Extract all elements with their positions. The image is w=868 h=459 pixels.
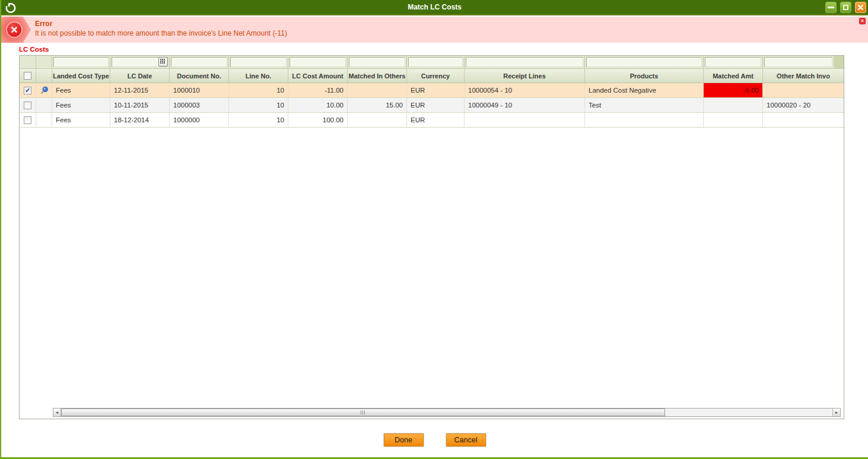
grid-empty-area <box>20 128 844 419</box>
cancel-button[interactable]: Cancel <box>446 433 487 447</box>
cell-matched-amt <box>704 98 763 112</box>
table-row[interactable]: Fees 18-12-2014 1000000 10 100.00 EUR <box>20 113 844 128</box>
cell-products <box>585 113 704 127</box>
filter-line-no[interactable] <box>229 56 288 68</box>
cell-matched-in-others <box>348 113 407 127</box>
col-products[interactable]: Products <box>585 69 704 83</box>
pin-icon <box>40 86 49 95</box>
close-button[interactable]: ✕ <box>855 2 866 13</box>
scrollbar-thumb[interactable] <box>61 409 665 416</box>
footer: Done Cancel <box>1 433 868 447</box>
cell-other-match-invoice <box>763 83 844 97</box>
filter-currency[interactable] <box>407 56 465 68</box>
cell-landed-cost-type: Fees <box>52 98 110 112</box>
cell-currency: EUR <box>407 83 465 97</box>
error-icon: ✕ <box>6 21 23 38</box>
filter-document-no[interactable] <box>170 56 229 68</box>
window-title: Match LC Costs <box>1 3 868 11</box>
select-all-checkbox[interactable] <box>24 72 31 80</box>
cell-lc-cost-amount: 10.00 <box>288 98 348 112</box>
error-title: Error <box>35 20 52 28</box>
date-picker-icon[interactable] <box>158 57 168 67</box>
cell-other-match-invoice <box>763 113 844 127</box>
cell-line-no: 10 <box>229 98 288 112</box>
table-row[interactable]: Fees 10-11-2015 1000003 10 10.00 15.00 E… <box>20 98 844 113</box>
col-line-no[interactable]: Line No. <box>229 69 288 83</box>
close-icon: ✕ <box>857 3 864 12</box>
filter-cell-pin <box>36 56 52 68</box>
table-row[interactable]: ✓ Fees 12-11-2015 1000010 10 -11.00 EUR … <box>20 83 844 98</box>
cell-receipt-lines <box>465 113 585 127</box>
maximize-button[interactable] <box>840 2 851 13</box>
minimize-icon <box>828 7 834 8</box>
scroll-left-icon[interactable]: ◄ <box>53 409 61 416</box>
filter-row <box>20 56 844 69</box>
col-document-no[interactable]: Document No. <box>170 69 229 83</box>
cell-lc-cost-amount: -11.00 <box>288 83 348 97</box>
filter-other-match-invoice[interactable] <box>763 56 844 68</box>
select-all-header[interactable] <box>20 69 36 83</box>
filter-products[interactable] <box>585 56 704 68</box>
cell-landed-cost-type: Fees <box>52 83 110 97</box>
cell-matched-amt-error[interactable]: -5.00 <box>704 83 763 97</box>
cell-line-no: 10 <box>229 113 288 127</box>
lc-costs-label: LC Costs <box>19 46 49 53</box>
col-lc-date[interactable]: LC Date <box>110 69 170 83</box>
cell-landed-cost-type: Fees <box>52 113 110 127</box>
row-checkbox[interactable]: ✓ <box>24 87 31 94</box>
cell-products: Landed Cost Negative <box>585 83 704 97</box>
col-matched-amt[interactable]: Matched Amt <box>704 69 763 83</box>
error-dismiss-icon[interactable]: x <box>859 18 866 24</box>
filter-matched-in-others[interactable] <box>348 56 407 68</box>
maximize-icon <box>843 5 848 10</box>
done-button[interactable]: Done <box>383 433 424 447</box>
filter-lc-cost-amount[interactable] <box>288 56 348 68</box>
lc-costs-grid: Landed Cost Type LC Date Document No. Li… <box>19 55 844 419</box>
row-checkbox[interactable] <box>24 102 31 109</box>
cell-currency: EUR <box>407 98 465 112</box>
cell-line-no: 10 <box>229 83 288 97</box>
col-currency[interactable]: Currency <box>407 69 465 83</box>
cell-document-no: 1000003 <box>170 98 229 112</box>
col-other-match-invoice[interactable]: Other Match Invo <box>763 69 844 83</box>
openbravo-logo <box>5 2 17 14</box>
filter-cell-checkbox <box>20 56 36 68</box>
cell-document-no: 1000010 <box>170 83 229 97</box>
col-receipt-lines[interactable]: Receipt Lines <box>465 69 585 83</box>
filter-filler <box>834 56 844 68</box>
cell-other-match-invoice: 10000020 - 20 <box>763 98 844 112</box>
cell-matched-in-others <box>348 83 407 97</box>
error-banner: ✕ Error It is not possible to match more… <box>1 17 868 43</box>
filter-matched-amt[interactable] <box>704 56 763 68</box>
col-landed-cost-type[interactable]: Landed Cost Type <box>52 69 110 83</box>
col-lc-cost-amount[interactable]: LC Cost Amount <box>288 69 348 83</box>
cell-currency: EUR <box>407 113 465 127</box>
row-checkbox[interactable] <box>24 116 31 124</box>
scroll-right-icon[interactable]: ► <box>832 409 840 416</box>
cell-lc-date: 18-12-2014 <box>110 113 170 127</box>
match-lc-costs-dialog: Match LC Costs ✕ ✕ Error It is not possi… <box>0 0 868 459</box>
col-matched-in-others[interactable]: Matched In Others <box>348 69 407 83</box>
scrollbar-grip <box>361 410 365 414</box>
horizontal-scrollbar[interactable]: ◄ ► <box>53 408 841 417</box>
cell-matched-amt <box>704 113 763 127</box>
cell-products: Test <box>585 98 704 112</box>
cell-receipt-lines: 10000049 - 10 <box>465 98 585 112</box>
cell-receipt-lines: 10000054 - 10 <box>465 83 585 97</box>
pin-column-header[interactable] <box>36 69 52 83</box>
cell-matched-in-others: 15.00 <box>348 98 407 112</box>
cell-lc-date: 10-11-2015 <box>110 98 170 112</box>
cell-lc-cost-amount: 100.00 <box>288 113 348 127</box>
cell-lc-date: 12-11-2015 <box>110 83 170 97</box>
minimize-button[interactable] <box>825 2 837 13</box>
title-bar: Match LC Costs ✕ <box>1 0 868 15</box>
cell-document-no: 1000000 <box>170 113 229 127</box>
filter-lc-date[interactable] <box>110 56 170 68</box>
error-message: It is not possible to match more amount … <box>35 29 287 37</box>
header-row: Landed Cost Type LC Date Document No. Li… <box>20 69 844 83</box>
filter-landed-cost-type[interactable] <box>52 56 110 68</box>
filter-receipt-lines[interactable] <box>465 56 585 68</box>
